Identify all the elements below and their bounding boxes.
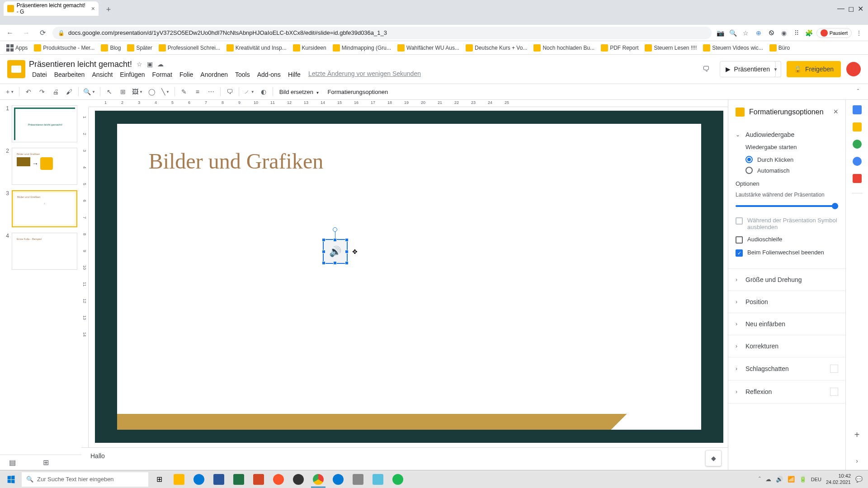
- document-title[interactable]: Präsentieren leicht gemacht!: [29, 60, 132, 69]
- slide-thumbnail-3[interactable]: Bilder und Grafiken♪: [12, 190, 77, 227]
- slider-thumb[interactable]: [832, 203, 838, 209]
- audio-object[interactable]: 🔊 ✥: [323, 239, 348, 264]
- tray-chevron-icon[interactable]: ˆ: [759, 476, 760, 483]
- audio-playback-section[interactable]: ⌄ Audiowiedergabe: [728, 129, 845, 140]
- size-rotation-section[interactable]: ›Größe und Drehung: [728, 274, 845, 285]
- menu-insert[interactable]: Einfügen: [117, 70, 148, 79]
- present-dropdown[interactable]: ▼: [770, 61, 781, 77]
- keep-icon[interactable]: [853, 122, 862, 131]
- bookmark-item[interactable]: Noch hochladen Bu...: [531, 42, 597, 53]
- image-tool[interactable]: 🖼▼: [130, 85, 145, 98]
- bookmark-item[interactable]: Steuern Lesen !!!!: [642, 42, 699, 53]
- taskbar-app-chrome[interactable]: [309, 471, 327, 488]
- menu-format[interactable]: Format: [149, 70, 175, 79]
- taskbar-app-edge2[interactable]: [329, 471, 347, 488]
- filmstrip-view-icon[interactable]: ▤: [9, 458, 16, 467]
- zoom-button[interactable]: 🔍▼: [81, 85, 97, 98]
- slide-title-text[interactable]: Bilder und Grafiken: [149, 149, 324, 174]
- checkbox-stop-on-change[interactable]: ✓ Beim Folienwechsel beenden: [736, 246, 838, 259]
- slides-logo[interactable]: [7, 60, 25, 78]
- resize-handle[interactable]: [345, 261, 349, 265]
- share-button[interactable]: 🔒 Freigeben: [787, 61, 841, 77]
- resize-handle[interactable]: [322, 238, 326, 242]
- forward-button[interactable]: →: [20, 27, 33, 39]
- reload-button[interactable]: ⟳: [36, 27, 49, 39]
- radio-automatic[interactable]: Automatisch: [745, 165, 838, 176]
- toggle-checkbox[interactable]: [830, 365, 838, 373]
- toggle-checkbox[interactable]: [830, 388, 838, 396]
- format-options-button[interactable]: Formatierungsoptionen: [324, 89, 392, 95]
- bookmark-item[interactable]: Deutsche Kurs + Vo...: [463, 42, 530, 53]
- account-avatar[interactable]: [846, 62, 861, 76]
- checkbox-loop[interactable]: Audioschleife: [736, 233, 838, 246]
- zoom-icon[interactable]: 🔍: [728, 28, 739, 38]
- close-tab-icon[interactable]: ×: [91, 5, 95, 12]
- menu-icon[interactable]: ⋮: [854, 28, 864, 38]
- taskbar-app-powerpoint[interactable]: [250, 471, 268, 488]
- task-view-button[interactable]: ⊞: [150, 471, 168, 488]
- reflection-section[interactable]: ›Reflexion: [728, 386, 845, 398]
- tray-language[interactable]: DEU: [811, 477, 821, 482]
- slide-thumbnail-1[interactable]: Präsentieren leicht gemacht!: [12, 105, 77, 142]
- menu-slide[interactable]: Folie: [176, 70, 196, 79]
- tray-wifi-icon[interactable]: 📶: [788, 476, 795, 483]
- menu-tools[interactable]: Tools: [232, 70, 253, 79]
- volume-slider[interactable]: [736, 205, 838, 207]
- replace-image-button[interactable]: Bild ersetzen ▼: [276, 89, 323, 95]
- translate-icon[interactable]: ⊕: [753, 28, 764, 38]
- collapse-toolbar-icon[interactable]: ˆ: [852, 85, 864, 98]
- drop-shadow-section[interactable]: ›Schlagschatten: [728, 363, 845, 375]
- slide-canvas[interactable]: Bilder und Grafiken 🔊 ✥: [117, 124, 702, 429]
- taskbar-app-edge[interactable]: [190, 471, 208, 488]
- tray-cloud-icon[interactable]: ☁: [765, 476, 771, 483]
- star-icon[interactable]: ☆: [741, 28, 751, 38]
- maps-icon[interactable]: [853, 174, 862, 183]
- taskbar-app-word[interactable]: [210, 471, 228, 488]
- resize-handle[interactable]: [345, 238, 349, 242]
- menu-edit[interactable]: Bearbeiten: [51, 70, 88, 79]
- border-color-button[interactable]: ✎: [178, 85, 190, 98]
- tray-notifications-icon[interactable]: 💬: [855, 476, 863, 483]
- line-tool[interactable]: ╲▼: [159, 85, 172, 98]
- taskbar-app-explorer[interactable]: [170, 471, 188, 488]
- taskbar-app-excel[interactable]: [230, 471, 248, 488]
- bookmark-item[interactable]: Später: [124, 42, 155, 53]
- present-button[interactable]: ▶ Präsentieren: [720, 61, 776, 77]
- last-edit-label[interactable]: Letzte Änderung vor wenigen Sekunden: [308, 70, 421, 79]
- select-tool[interactable]: ↖: [103, 85, 116, 98]
- taskbar-search[interactable]: 🔍 Zur Suche Text hier eingeben: [22, 472, 148, 487]
- taskbar-app-brave[interactable]: [269, 471, 288, 488]
- tray-volume-icon[interactable]: 🔊: [776, 476, 783, 483]
- radio-on-click[interactable]: Durch Klicken: [745, 154, 838, 165]
- close-window-icon[interactable]: ✕: [858, 5, 863, 13]
- bookmark-item[interactable]: Mindmapping (Gru...: [330, 42, 394, 53]
- move-document-icon[interactable]: ▣: [147, 61, 153, 68]
- close-sidebar-icon[interactable]: ×: [833, 107, 838, 117]
- maximize-icon[interactable]: ◻: [848, 5, 854, 13]
- menu-view[interactable]: Ansicht: [89, 70, 116, 79]
- back-button[interactable]: ←: [4, 27, 16, 39]
- menu-arrange[interactable]: Anordnen: [197, 70, 231, 79]
- extension-icon[interactable]: ◉: [778, 28, 789, 38]
- resize-handle[interactable]: [333, 238, 337, 242]
- recolor-section[interactable]: ›Neu einfärben: [728, 319, 845, 329]
- slide-thumbnail-2[interactable]: Bilder und Grafiken →: [12, 148, 77, 185]
- apps-bookmark[interactable]: Apps: [4, 42, 30, 53]
- add-addon-icon[interactable]: +: [854, 430, 860, 440]
- bookmark-item[interactable]: Kursideen: [290, 42, 329, 53]
- redo-button[interactable]: ↷: [36, 85, 48, 98]
- bookmark-item[interactable]: Professionell Schrei...: [156, 42, 223, 53]
- calendar-icon[interactable]: [853, 105, 862, 114]
- speaker-notes[interactable]: Hallo ◆: [81, 447, 728, 470]
- new-slide-button[interactable]: +▼: [4, 85, 16, 98]
- apps-icon[interactable]: ⠿: [791, 28, 802, 38]
- bookmark-item[interactable]: Blog: [98, 42, 123, 53]
- bookmark-item[interactable]: Steuern Videos wic...: [700, 42, 766, 53]
- undo-button[interactable]: ↶: [22, 85, 35, 98]
- resize-handle[interactable]: [333, 261, 337, 265]
- start-button[interactable]: [2, 471, 20, 488]
- camera-icon[interactable]: 📷: [715, 28, 726, 38]
- tasks-icon[interactable]: [853, 140, 862, 149]
- browser-tab[interactable]: Präsentieren leicht gemacht! - G ×: [4, 1, 99, 16]
- star-document-icon[interactable]: ☆: [137, 61, 142, 68]
